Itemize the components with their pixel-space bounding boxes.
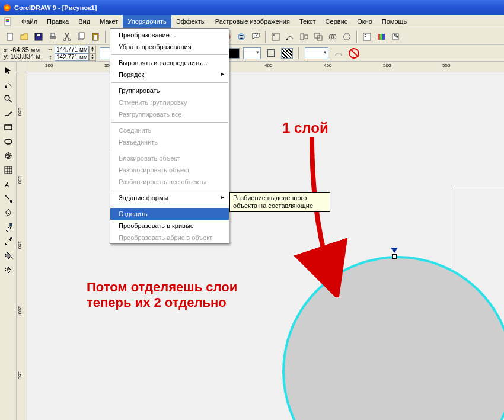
menu-item[interactable]: Выровнять и распределить… — [110, 57, 229, 69]
coord-readout: x: -64.35 мм y: 163.834 м — [4, 47, 40, 60]
menu-item[interactable]: Преобразование… — [110, 29, 229, 41]
freehand-tool[interactable] — [1, 107, 15, 120]
outline-color-swatch[interactable] — [281, 48, 293, 59]
menu-item[interactable]: Порядок — [110, 69, 229, 81]
svg-rect-24 — [286, 39, 288, 40]
svg-point-48 — [5, 139, 12, 144]
spin-up[interactable]: ▲▼ — [89, 53, 96, 61]
ellipse-tool[interactable] — [1, 135, 15, 148]
shape-tool[interactable] — [1, 78, 15, 91]
menu-bitmaps[interactable]: Растровые изображения — [210, 15, 295, 28]
window-title: CorelDRAW 9 - [Рисунок1] — [14, 4, 97, 11]
eyedropper-tool[interactable] — [1, 220, 15, 233]
horizontal-ruler[interactable]: 300350400450500550 — [27, 62, 504, 72]
interactive-fill-tool[interactable] — [1, 192, 15, 205]
svg-rect-3 — [6, 19, 9, 20]
height-field[interactable] — [55, 53, 89, 61]
svg-rect-26 — [305, 35, 308, 39]
property-bar: x: -64.35 мм y: 163.834 м ↔▲▼ ↕▲▼ — [0, 45, 504, 62]
what-is-button[interactable]: ? — [249, 30, 262, 43]
menu-item[interactable]: Убрать преобразования — [110, 41, 229, 53]
open-button[interactable] — [18, 30, 31, 43]
scripts-button[interactable]: ✎ — [389, 30, 402, 43]
outline-tool[interactable] — [1, 235, 15, 248]
fill-color-swatch[interactable] — [228, 48, 240, 59]
snap-button[interactable] — [269, 30, 282, 43]
copy-button[interactable] — [75, 30, 88, 43]
menu-file[interactable]: Файл — [17, 15, 42, 28]
menu-arrange[interactable]: Упорядочить — [123, 15, 171, 28]
svg-rect-32 — [365, 34, 366, 35]
menu-item[interactable]: Задание формы — [110, 192, 229, 204]
align-button[interactable] — [298, 30, 311, 43]
menu-item[interactable]: Отделить — [110, 208, 229, 220]
menu-view[interactable]: Вид — [74, 15, 95, 28]
cut-button[interactable] — [60, 30, 74, 43]
title-bar: CorelDRAW 9 - [Рисунок1] — [0, 0, 504, 15]
interactive-mesh-tool[interactable] — [1, 263, 15, 276]
menu-effects[interactable]: Эффекты — [171, 15, 210, 28]
node-marker[interactable] — [391, 248, 398, 259]
menu-item: Отменить группировку — [110, 97, 229, 108]
rectangle-tool[interactable] — [1, 121, 15, 134]
graph-paper-tool[interactable] — [1, 163, 15, 177]
canvas[interactable]: 300350400450500550 350300250200150 1 сло… — [17, 62, 504, 420]
svg-rect-14 — [79, 33, 84, 39]
arrow-start-combo[interactable] — [305, 47, 328, 59]
svg-point-20 — [238, 34, 244, 40]
width-field[interactable] — [55, 46, 89, 53]
standard-toolbar: 100% ? ✎ — [0, 28, 504, 45]
save-button[interactable] — [32, 30, 45, 43]
zoom-tool[interactable] — [1, 92, 15, 105]
menu-item: Блокировать объект — [110, 152, 229, 164]
svg-text:✎: ✎ — [394, 33, 399, 40]
menu-edit[interactable]: Правка — [42, 15, 74, 28]
fill-tool[interactable] — [1, 249, 15, 262]
no-fill-icon[interactable] — [349, 48, 359, 59]
menu-layout[interactable]: Макет — [95, 15, 123, 28]
outline-color-button[interactable] — [264, 47, 277, 60]
svg-rect-51 — [5, 166, 12, 174]
pick-tool[interactable] — [1, 64, 15, 77]
trim-button[interactable] — [340, 30, 353, 43]
outline-width-combo[interactable] — [243, 47, 261, 59]
coord-x: x: -64.35 мм — [4, 47, 40, 53]
menu-window[interactable]: Окно — [352, 15, 377, 28]
color-mgmt-button[interactable] — [375, 30, 388, 43]
workspace: A 300350400450500550 350300250200150 1 с… — [0, 62, 504, 420]
text-tool[interactable]: A — [1, 178, 15, 191]
app-icon — [2, 3, 12, 12]
menu-help[interactable]: Помощь — [377, 15, 412, 28]
menu-tools[interactable]: Сервис — [321, 15, 353, 28]
group-button[interactable] — [312, 30, 325, 43]
polygon-tool[interactable] — [1, 149, 15, 162]
svg-rect-54 — [8, 213, 9, 214]
arrange-dropdown-menu: Преобразование…Убрать преобразованияВыро… — [110, 28, 229, 244]
interactive-transparency-tool[interactable] — [1, 206, 15, 219]
svg-rect-25 — [301, 34, 304, 40]
node-edit-button[interactable] — [283, 30, 296, 43]
menu-item[interactable]: Преобразовать в кривые — [110, 220, 229, 232]
paste-button[interactable] — [89, 30, 102, 43]
corel-online-button[interactable] — [235, 30, 248, 43]
svg-rect-45 — [5, 86, 7, 88]
svg-point-12 — [68, 39, 71, 41]
convert-curve-button[interactable] — [332, 47, 345, 60]
menu-item[interactable]: Группировать — [110, 85, 229, 97]
height-arrow-icon: ↕ — [46, 53, 55, 60]
menu-item: Разгруппировать все — [110, 108, 229, 120]
print-button[interactable] — [46, 30, 59, 43]
menu-text[interactable]: Текст — [295, 15, 321, 28]
vertical-ruler[interactable]: 350300250200150 — [17, 72, 27, 420]
svg-rect-5 — [6, 21, 9, 22]
weld-button[interactable] — [326, 30, 339, 43]
annotation-body-text: Потом отделяешь слоитеперь их 2 отдельно — [87, 280, 237, 311]
spin-up[interactable]: ▲▼ — [89, 46, 96, 53]
options-button[interactable] — [361, 30, 374, 43]
svg-rect-55 — [10, 223, 12, 226]
ruler-origin[interactable] — [17, 62, 27, 72]
menu-item: Разблокировать объект — [110, 164, 229, 176]
svg-rect-44 — [267, 50, 275, 57]
new-button[interactable] — [4, 30, 17, 43]
svg-point-56 — [10, 237, 12, 239]
